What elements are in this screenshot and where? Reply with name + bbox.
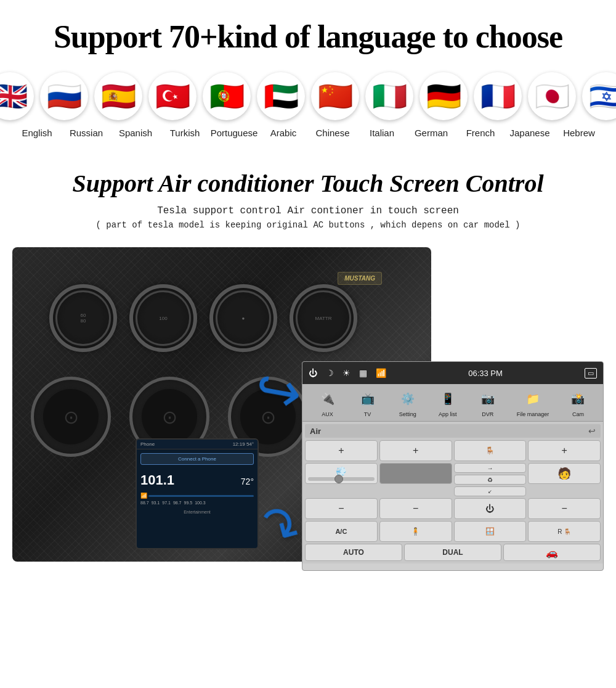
car-screen-body: Connect a Phone 101.1 72° 📶 88.793.197.1… <box>137 449 257 518</box>
ac-section: Support Air conditioner Touch Screen Con… <box>0 150 616 586</box>
auto-button[interactable]: AUTO <box>305 544 402 561</box>
lang-label-arabic: Arabic <box>259 128 308 138</box>
temp-plus-center-btn[interactable]: + <box>379 440 452 461</box>
car-screen-phone-label: Phone <box>140 441 155 447</box>
gauge-2: 100 <box>129 284 197 352</box>
car-screen-time-temp: 12:19 54° <box>233 441 254 447</box>
flag-turkish: 🇹🇷 <box>148 72 197 120</box>
aux-label: AUX <box>322 411 333 417</box>
app-setting[interactable]: ⚙️ Setting <box>397 388 419 417</box>
flag-french: 🇫🇷 <box>474 72 522 120</box>
ac-control-panel: ⏻ ☽ ☀ ▦ 📶 06:33 PM ▭ 🔌 AUX 📺 TV <box>302 361 604 571</box>
temp-plus-left-btn[interactable]: + <box>305 440 378 461</box>
ac-middle-row: 💨 → ♻ ↙ 🧑 <box>305 463 601 496</box>
app-dvr[interactable]: 📷 DVR <box>477 388 499 417</box>
gauge-4: MATTR <box>290 284 357 352</box>
car-screen-header: Phone 12:19 54° <box>137 440 257 449</box>
temp-minus-center-btn[interactable]: − <box>379 498 452 519</box>
defrost-back-btn[interactable]: ↙ <box>454 486 527 496</box>
rear-seat-btn[interactable]: R 🪑 <box>528 521 601 542</box>
body-heat-btn[interactable]: 🧍 <box>379 521 452 542</box>
ac-minus-row: − − ⏻ − <box>305 498 601 519</box>
ac-apps-row: 🔌 AUX 📺 TV ⚙️ Setting 📱 App list 📷 <box>302 384 603 422</box>
gauge-3-inner: ● <box>216 290 271 346</box>
ac-button[interactable]: A/C <box>305 521 378 542</box>
dual-button[interactable]: DUAL <box>404 544 501 561</box>
ac-section-title: Support Air conditioner Touch Screen Con… <box>12 169 604 198</box>
lang-label-russian: Russian <box>62 128 111 138</box>
gauge-1: 60 80 <box>49 284 117 352</box>
lang-label-turkish: Turkish <box>160 128 209 138</box>
car-screen-temp: 72° <box>241 477 254 486</box>
setting-icon: ⚙️ <box>397 388 419 410</box>
app-cam[interactable]: 📸 Cam <box>567 388 589 417</box>
rear-window-heat-btn[interactable]: 🪟 <box>454 521 527 542</box>
settings-icon: ▦ <box>359 368 367 378</box>
applist-label: App list <box>439 411 457 417</box>
temp-plus-right-btn[interactable]: + <box>528 440 601 461</box>
app-tv[interactable]: 📺 TV <box>357 388 379 417</box>
flag-arabic: 🇦🇪 <box>257 72 305 120</box>
car-screen-footer: Entertainment <box>140 510 254 514</box>
ac-titlebar: Air ↩ <box>305 424 601 438</box>
gauge-1-inner: 60 80 <box>55 290 111 346</box>
app-aux[interactable]: 🔌 AUX <box>317 388 339 417</box>
wifi-icon: 📶 <box>376 368 386 378</box>
flag-russian: 🇷🇺 <box>40 72 88 120</box>
recirc-icon-btn[interactable]: ♻ <box>454 475 527 485</box>
fan-slider[interactable] <box>308 477 375 481</box>
filemanager-label: File manager <box>517 411 549 417</box>
tv-label: TV <box>364 411 371 417</box>
flag-portuguese: 🇵🇹 <box>203 72 251 120</box>
vent-1-inner: ⊙ <box>43 389 99 444</box>
flag-english: 🇬🇧 <box>0 72 34 120</box>
setting-label: Setting <box>399 411 416 417</box>
car-mode-btn[interactable]: 🚗 <box>503 544 601 561</box>
tv-icon: 📺 <box>357 388 379 410</box>
lang-label-german: German <box>407 128 456 138</box>
ac-panel-statusbar: ⏻ ☽ ☀ ▦ 📶 06:33 PM ▭ <box>302 362 603 384</box>
ac-panel-topbar-icons: ⏻ ☽ ☀ ▦ 📶 <box>309 368 386 378</box>
flag-italian: 🇮🇹 <box>365 72 413 120</box>
cam-icon: 📸 <box>567 388 589 410</box>
lang-label-french: French <box>456 128 505 138</box>
ac-back-icon[interactable]: ↩ <box>588 426 596 436</box>
applist-icon: 📱 <box>437 388 459 410</box>
ac-subtitle-1: Tesla support control Air contioner in t… <box>12 205 604 216</box>
mustang-badge: MUSTANG <box>338 272 382 285</box>
airflow-right-btn[interactable]: → <box>454 463 527 473</box>
car-touch-screen: Phone 12:19 54° Connect a Phone 101.1 72… <box>136 438 259 549</box>
ac-auto-row: AUTO DUAL 🚗 <box>305 544 601 561</box>
car-screen-stations: 88.793.197.1 98.799.5100.3 <box>140 501 254 505</box>
gauge-4-inner: MATTR <box>296 290 351 346</box>
car-screen-connect-btn[interactable]: Connect a Phone <box>140 453 254 465</box>
lang-label-chinese: Chinese <box>308 128 357 138</box>
vent-1: ⊙ <box>31 377 111 457</box>
flag-spanish: 🇪🇸 <box>94 72 142 120</box>
dvr-icon: 📷 <box>477 388 499 410</box>
app-filemanager[interactable]: 📁 File manager <box>517 388 549 417</box>
app-applist[interactable]: 📱 App list <box>437 388 459 417</box>
lang-label-portuguese: Portuguese <box>209 128 259 138</box>
ac-main-controls: Air ↩ + + 🪑 + 💨 <box>302 422 603 563</box>
power-btn[interactable]: ⏻ <box>454 498 527 519</box>
seat-heat-right-btn[interactable]: 🧑 <box>528 463 601 484</box>
fan-control[interactable]: 💨 <box>305 463 378 484</box>
battery-indicator: ▭ <box>585 368 597 379</box>
temp-minus-right-btn[interactable]: − <box>528 498 601 519</box>
heat-seat-icon-btn: 🪑 <box>454 440 527 461</box>
temp-minus-left-btn[interactable]: − <box>305 498 378 519</box>
gauge-3: ● <box>209 284 277 352</box>
filemanager-icon: 📁 <box>522 388 544 410</box>
ac-panel-title: Air <box>310 427 321 436</box>
language-section: Support 70+kind of language to choose 🇬🇧… <box>0 0 616 150</box>
dvr-label: DVR <box>482 411 493 417</box>
temp-display <box>379 463 452 484</box>
lang-label-spanish: Spanish <box>111 128 160 138</box>
lang-label-hebrew: Hebrew <box>554 128 604 138</box>
ac-plus-row: + + 🪑 + <box>305 440 601 461</box>
ac-subtitle-2: ( part of tesla model is keeping origina… <box>12 220 604 230</box>
language-title: Support 70+kind of language to choose <box>12 18 604 55</box>
gauge-cluster: 60 80 100 ● MATTR <box>49 284 357 352</box>
flag-japanese: 🇯🇵 <box>528 72 576 120</box>
